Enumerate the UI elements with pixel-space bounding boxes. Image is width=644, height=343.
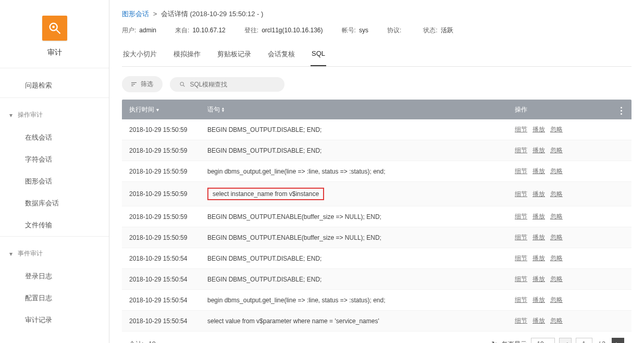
table-row: 2018-10-29 15:50:59select instance_name …	[122, 182, 631, 206]
sidebar-item[interactable]: 文件传输	[0, 214, 109, 236]
op-link[interactable]: 细节	[515, 296, 527, 303]
sql-table: 执行时间 语句 操作 2018-10-29 15:50:59BEGIN DBMS…	[122, 100, 631, 343]
sidebar-item[interactable]: 登录日志	[0, 265, 109, 287]
breadcrumb-sep: >	[153, 10, 157, 18]
cell-ops: 细节播放忽略	[515, 233, 609, 242]
col-header-sql[interactable]: 语句	[207, 105, 515, 114]
cell-time: 2018-10-29 15:50:54	[129, 297, 207, 304]
sidebar-item[interactable]: 字符会话	[0, 149, 109, 170]
tab[interactable]: 模拟操作	[172, 44, 202, 66]
op-link[interactable]: 细节	[515, 167, 527, 175]
next-page-button[interactable]: ▶	[612, 338, 624, 343]
sidebar-item[interactable]: 在线会话	[0, 127, 109, 149]
total-pages: / 2	[599, 340, 605, 343]
svg-point-3	[180, 82, 183, 85]
op-link[interactable]: 忽略	[550, 234, 563, 241]
tabs: 按大小切片模拟操作剪贴板记录会话复核SQL	[122, 44, 631, 67]
prev-page-button[interactable]: ◀	[559, 338, 572, 343]
per-page-label: 每页显示	[502, 340, 527, 344]
op-link[interactable]: 忽略	[550, 126, 563, 133]
op-link[interactable]: 忽略	[550, 296, 563, 303]
sidebar-item[interactable]: 图形会话	[0, 170, 109, 192]
divider	[0, 236, 109, 237]
op-link[interactable]: 播放	[532, 296, 545, 303]
pager: ↻ 每页显示 10 ▼ ◀ 1 / 2 ▶	[491, 338, 624, 343]
op-link[interactable]: 忽略	[550, 213, 563, 220]
col-header-time[interactable]: 执行时间	[129, 105, 207, 114]
op-link[interactable]: 细节	[515, 213, 527, 220]
op-link[interactable]: 播放	[532, 190, 545, 198]
search-input[interactable]	[190, 81, 275, 88]
cell-ops: 细节播放忽略	[515, 316, 609, 325]
table-row: 2018-10-29 15:50:54BEGIN DBMS_OUTPUT.DIS…	[122, 269, 631, 290]
search-icon	[179, 81, 185, 88]
table-footer: 合计: 18 ↻ 每页显示 10 ▼ ◀ 1 / 2 ▶	[122, 332, 631, 343]
op-link[interactable]: 细节	[515, 126, 527, 133]
op-link[interactable]: 忽略	[550, 254, 563, 262]
table-menu-icon[interactable]	[618, 105, 624, 117]
cell-sql: BEGIN DBMS_OUTPUT.DISABLE; END;	[207, 147, 515, 154]
cell-ops: 细节播放忽略	[515, 125, 609, 134]
table-row: 2018-10-29 15:50:59BEGIN DBMS_OUTPUT.ENA…	[122, 227, 631, 248]
cell-time: 2018-10-29 15:50:59	[129, 213, 207, 220]
cell-sql: begin dbms_output.get_line(line => :line…	[207, 168, 515, 175]
op-link[interactable]: 播放	[532, 146, 545, 154]
app-logo-icon	[42, 16, 67, 41]
op-link[interactable]: 忽略	[550, 190, 563, 198]
table-row: 2018-10-29 15:50:59begin dbms_output.get…	[122, 161, 631, 182]
op-link[interactable]: 细节	[515, 190, 527, 198]
op-link[interactable]: 细节	[515, 254, 527, 262]
svg-point-1	[52, 26, 55, 28]
op-link[interactable]: 播放	[532, 254, 545, 262]
op-link[interactable]: 忽略	[550, 167, 563, 175]
sidebar-item[interactable]: 审计记录	[0, 309, 109, 331]
divider	[0, 68, 109, 68]
op-link[interactable]: 忽略	[550, 317, 563, 324]
op-link[interactable]: 播放	[532, 234, 545, 241]
cell-ops: 细节播放忽略	[515, 146, 609, 155]
op-link[interactable]: 忽略	[550, 275, 563, 283]
cell-ops: 细节播放忽略	[515, 190, 609, 199]
cell-time: 2018-10-29 15:50:59	[129, 147, 207, 154]
tab[interactable]: 剪贴板记录	[216, 44, 252, 66]
tab[interactable]: 会话复核	[267, 44, 296, 66]
filter-button[interactable]: 筛选	[122, 76, 163, 92]
op-link[interactable]: 播放	[532, 213, 545, 220]
cell-sql-highlighted: select instance_name from v$instance	[207, 188, 324, 200]
op-link[interactable]: 播放	[532, 126, 545, 133]
current-page[interactable]: 1	[576, 338, 592, 343]
nav-item-issue-search[interactable]: 问题检索	[0, 74, 109, 97]
cell-sql: BEGIN DBMS_OUTPUT.DISABLE; END;	[207, 255, 515, 262]
nav-group-header[interactable]: ▾操作审计	[0, 103, 109, 127]
op-link[interactable]: 细节	[515, 234, 527, 241]
page-size-select[interactable]: 10 ▼	[531, 338, 554, 343]
sidebar-item[interactable]: 数据库会话	[0, 192, 109, 214]
cell-sql: begin dbms_output.get_line(line => :line…	[207, 297, 515, 304]
op-link[interactable]: 播放	[532, 317, 545, 324]
info-field: 协议:	[387, 26, 404, 35]
cell-time: 2018-10-29 15:50:59	[129, 190, 207, 198]
op-link[interactable]: 细节	[515, 146, 527, 154]
total-count: 合计: 18	[129, 340, 156, 344]
cell-ops: 细节播放忽略	[515, 254, 609, 263]
table-row: 2018-10-29 15:50:54select value from v$p…	[122, 311, 631, 332]
op-link[interactable]: 忽略	[550, 146, 563, 154]
sidebar-item[interactable]: 配置日志	[0, 287, 109, 309]
cell-ops: 细节播放忽略	[515, 296, 609, 304]
cell-sql: BEGIN DBMS_OUTPUT.ENABLE(buffer_size => …	[207, 234, 515, 241]
table-row: 2018-10-29 15:50:59BEGIN DBMS_OUTPUT.DIS…	[122, 119, 631, 140]
nav-group-header[interactable]: ▾事件审计	[0, 242, 109, 265]
info-field: 来自:10.10.67.12	[175, 26, 226, 35]
op-link[interactable]: 细节	[515, 275, 527, 283]
sidebar-header: 审计	[0, 0, 109, 68]
tab[interactable]: 按大小切片	[122, 44, 158, 66]
op-link[interactable]: 播放	[532, 275, 545, 283]
op-link[interactable]: 播放	[532, 167, 545, 175]
sort-desc-icon	[156, 108, 159, 111]
refresh-icon[interactable]: ↻	[491, 340, 498, 343]
tab[interactable]: SQL	[311, 44, 326, 66]
breadcrumb-root[interactable]: 图形会话	[122, 10, 149, 18]
op-link[interactable]: 细节	[515, 317, 527, 324]
controls-row: 筛选	[122, 76, 631, 92]
search-box[interactable]	[170, 77, 284, 92]
